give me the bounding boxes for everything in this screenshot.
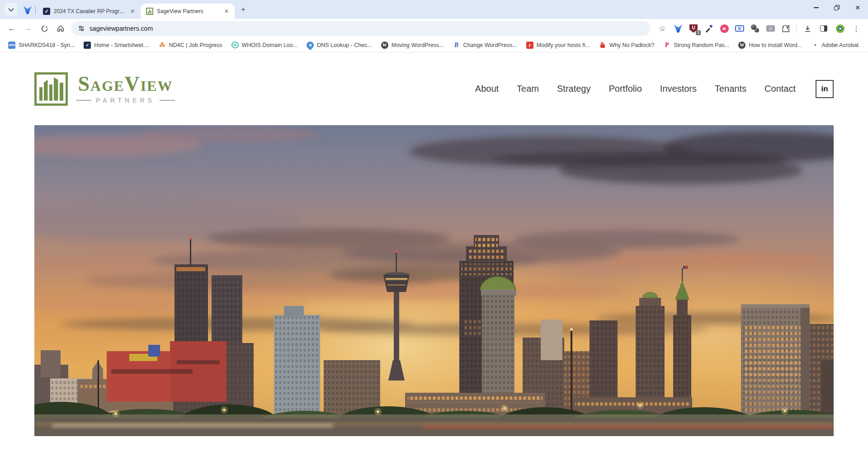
- bookmark-why-no-padlock[interactable]: Why No Padlock?: [595, 40, 658, 50]
- logo-rule-right: [160, 100, 175, 101]
- nav-about[interactable]: About: [475, 84, 499, 94]
- smartsheet-check-icon: ✓: [43, 8, 50, 15]
- url-text[interactable]: sageviewpartners.com: [90, 25, 153, 32]
- orange-swirl-icon: ⁂: [159, 42, 166, 49]
- reload-icon: [41, 25, 48, 33]
- back-button[interactable]: ←: [5, 21, 19, 36]
- linkedin-icon[interactable]: in: [816, 80, 834, 98]
- bookmark-install-wordpress[interactable]: WHow to install Word...: [735, 40, 806, 50]
- webpage: SageView Partners About Team Strategy Po…: [0, 52, 868, 470]
- tab-strip: ✓ 2024 TX Cavalier RP Program - ✕ SageVi…: [0, 0, 868, 19]
- sageview-logo[interactable]: SageView Partners: [34, 72, 175, 106]
- tab-title: 2024 TX Cavalier RP Program -: [54, 8, 125, 14]
- nav-strategy[interactable]: Strategy: [557, 84, 590, 94]
- tag-extension-icon[interactable]: B: [734, 23, 745, 34]
- tab-sageview[interactable]: SageView Partners ✕: [141, 4, 235, 19]
- extensions-puzzle-icon[interactable]: [780, 23, 791, 34]
- downloads-button[interactable]: [800, 21, 815, 36]
- bookmark-star-button[interactable]: ☆: [655, 21, 670, 36]
- tab-close-icon[interactable]: ✕: [129, 8, 136, 15]
- bookmark-sharkds418[interactable]: DSHSHARKDS418 - Syn...: [5, 40, 78, 50]
- bookmark-change-wordpress[interactable]: BChange WordPress...: [449, 40, 521, 50]
- restore-button[interactable]: [826, 0, 847, 15]
- reload-button[interactable]: [37, 21, 52, 36]
- padlock-icon: [599, 42, 606, 49]
- camera-extension-icon[interactable]: [765, 23, 776, 34]
- logo-rule-left: [76, 100, 91, 101]
- bookmark-modify-hosts[interactable]: rModify your hosts fi...: [523, 40, 594, 50]
- letter-p-icon: P: [663, 42, 670, 49]
- nav-tenants[interactable]: Tenants: [715, 84, 746, 94]
- tab-tx-cavalier[interactable]: ✓ 2024 TX Cavalier RP Program - ✕: [38, 4, 141, 19]
- session-extension-icon[interactable]: ≋: [719, 23, 730, 34]
- tab-title: SageView Partners: [157, 8, 219, 14]
- nav-contact[interactable]: Contact: [764, 84, 796, 94]
- minimize-button[interactable]: [806, 0, 826, 15]
- bookmark-strong-random-pass[interactable]: PStrong Random Pas...: [660, 40, 733, 50]
- green-eye-extension-icon[interactable]: [833, 21, 847, 36]
- v-extension-icon[interactable]: [673, 23, 684, 34]
- letter-b-icon: B: [453, 42, 460, 49]
- browser-toolbar: ← → sageviewpartners.com ☆ U2 ≋ B ⋮: [0, 19, 868, 38]
- bookmark-dns-lookup[interactable]: DNS Lookup - Chec...: [303, 40, 376, 50]
- nav-portfolio[interactable]: Portfolio: [609, 84, 642, 94]
- nav-investors[interactable]: Investors: [660, 84, 697, 94]
- menu-kebab-button[interactable]: ⋮: [849, 21, 863, 36]
- molecule-extension-icon[interactable]: [750, 23, 760, 34]
- bookmark-nd4c[interactable]: ⁂ND4C | Job Progress: [155, 40, 226, 50]
- ublock-extension-icon[interactable]: U2: [688, 23, 699, 34]
- new-tab-button[interactable]: +: [237, 4, 249, 15]
- tab-close-icon[interactable]: ✕: [223, 8, 230, 15]
- wordpress-icon: W: [381, 42, 388, 49]
- globe-icon: ◔: [811, 42, 818, 49]
- smartsheet-check-icon: ✓: [84, 42, 91, 49]
- bookmark-adobe-acrobat[interactable]: ◔Adobe Acrobat: [807, 40, 862, 50]
- logo-title: SageView: [78, 74, 173, 94]
- v-gem-icon[interactable]: [24, 6, 32, 14]
- toolbar-separator: [796, 24, 797, 33]
- window-controls: ✕: [806, 0, 868, 15]
- address-bar[interactable]: sageviewpartners.com: [71, 21, 651, 36]
- home-icon: [57, 24, 65, 33]
- bookmark-moving-wordpress[interactable]: WMoving WordPress...: [377, 40, 448, 50]
- site-header: SageView Partners About Team Strategy Po…: [0, 52, 868, 125]
- dsh-icon: DSH: [8, 42, 15, 49]
- teal-ring-icon: W: [231, 42, 239, 48]
- tab-separator: [35, 5, 36, 14]
- tab-search-button[interactable]: [5, 3, 17, 16]
- bookmarks-bar: DSHSHARKDS418 - Syn... ✓Home - Smartshee…: [0, 38, 868, 52]
- main-navigation: About Team Strategy Portfolio Investors …: [475, 80, 834, 98]
- close-button[interactable]: ✕: [847, 0, 868, 15]
- download-icon: [804, 25, 811, 33]
- bookmark-smartsheet-home[interactable]: ✓Home - Smartsheet....: [80, 40, 153, 50]
- bookmark-whois[interactable]: WWHOIS Domain Loo...: [228, 40, 302, 50]
- chevron-down-icon: [8, 6, 14, 12]
- forward-button[interactable]: →: [21, 21, 35, 36]
- logo-subtitle: Partners: [96, 97, 155, 104]
- eyedropper-extension-icon[interactable]: [703, 23, 714, 34]
- home-button[interactable]: [53, 21, 68, 36]
- buildings-logo-icon: [34, 72, 68, 106]
- hero-image: [34, 125, 834, 436]
- sageview-bars-icon: [146, 8, 153, 15]
- side-panel-button[interactable]: [816, 21, 831, 36]
- site-settings-icon[interactable]: [78, 25, 85, 32]
- wordpress-icon: W: [738, 42, 745, 49]
- extension-badge: 2: [696, 30, 701, 35]
- map-pin-icon: [305, 40, 316, 50]
- nav-team[interactable]: Team: [517, 84, 539, 94]
- letter-r-icon: r: [526, 42, 533, 49]
